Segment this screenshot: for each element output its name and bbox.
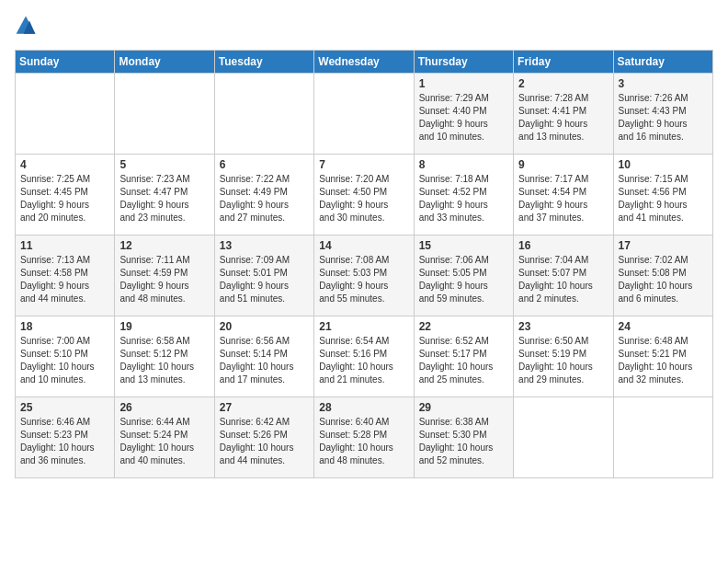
calendar-cell: 16Sunrise: 7:04 AM Sunset: 5:07 PM Dayli… (514, 236, 613, 316)
calendar-cell: 2Sunrise: 7:28 AM Sunset: 4:41 PM Daylig… (514, 74, 613, 155)
day-number: 17 (619, 239, 708, 252)
calendar-cell (214, 74, 313, 155)
page-header (15, 15, 713, 40)
day-number: 9 (518, 158, 608, 171)
day-number: 4 (20, 158, 109, 171)
logo-icon (15, 15, 37, 37)
calendar-cell: 24Sunrise: 6:48 AM Sunset: 5:21 PM Dayli… (613, 316, 712, 397)
day-info: Sunrise: 7:06 AM Sunset: 5:05 PM Dayligh… (419, 254, 508, 305)
day-number: 3 (619, 77, 708, 90)
day-number: 14 (319, 239, 408, 252)
calendar-table: SundayMondayTuesdayWednesdayThursdayFrid… (15, 50, 713, 478)
logo (15, 15, 40, 40)
day-number: 23 (518, 320, 608, 333)
calendar-cell: 11Sunrise: 7:13 AM Sunset: 4:58 PM Dayli… (16, 236, 115, 316)
calendar-cell: 22Sunrise: 6:52 AM Sunset: 5:17 PM Dayli… (414, 316, 513, 397)
calendar-cell: 25Sunrise: 6:46 AM Sunset: 5:23 PM Dayli… (16, 397, 115, 478)
day-info: Sunrise: 7:13 AM Sunset: 4:58 PM Dayligh… (20, 254, 109, 305)
day-info: Sunrise: 7:29 AM Sunset: 4:40 PM Dayligh… (419, 92, 508, 144)
calendar-cell (115, 74, 214, 155)
day-info: Sunrise: 7:09 AM Sunset: 5:01 PM Dayligh… (220, 254, 309, 305)
day-header-wednesday: Wednesday (314, 51, 414, 74)
day-number: 12 (119, 239, 209, 252)
day-info: Sunrise: 6:42 AM Sunset: 5:26 PM Dayligh… (220, 416, 309, 467)
day-header-tuesday: Tuesday (214, 51, 313, 74)
day-info: Sunrise: 7:22 AM Sunset: 4:49 PM Dayligh… (220, 173, 309, 224)
day-number: 5 (119, 158, 209, 171)
calendar-cell: 26Sunrise: 6:44 AM Sunset: 5:24 PM Dayli… (115, 397, 214, 478)
calendar-cell: 18Sunrise: 7:00 AM Sunset: 5:10 PM Dayli… (16, 316, 115, 397)
calendar-cell: 6Sunrise: 7:22 AM Sunset: 4:49 PM Daylig… (214, 155, 313, 236)
day-number: 21 (319, 320, 408, 333)
calendar-cell: 5Sunrise: 7:23 AM Sunset: 4:47 PM Daylig… (115, 155, 214, 236)
calendar-cell: 15Sunrise: 7:06 AM Sunset: 5:05 PM Dayli… (414, 236, 513, 316)
day-number: 6 (220, 158, 309, 171)
calendar-cell (514, 397, 613, 478)
day-header-monday: Monday (115, 51, 214, 74)
day-info: Sunrise: 7:11 AM Sunset: 4:59 PM Dayligh… (119, 254, 209, 305)
calendar-cell: 12Sunrise: 7:11 AM Sunset: 4:59 PM Dayli… (115, 236, 214, 316)
calendar-cell: 7Sunrise: 7:20 AM Sunset: 4:50 PM Daylig… (314, 155, 414, 236)
calendar-cell: 29Sunrise: 6:38 AM Sunset: 5:30 PM Dayli… (414, 397, 513, 478)
day-header-thursday: Thursday (414, 51, 513, 74)
calendar-cell: 20Sunrise: 6:56 AM Sunset: 5:14 PM Dayli… (214, 316, 313, 397)
day-info: Sunrise: 7:18 AM Sunset: 4:52 PM Dayligh… (419, 173, 508, 224)
day-number: 22 (419, 320, 508, 333)
day-info: Sunrise: 7:23 AM Sunset: 4:47 PM Dayligh… (119, 173, 209, 224)
days-header-row: SundayMondayTuesdayWednesdayThursdayFrid… (16, 51, 713, 74)
day-number: 7 (319, 158, 408, 171)
day-header-friday: Friday (514, 51, 613, 74)
calendar-cell: 13Sunrise: 7:09 AM Sunset: 5:01 PM Dayli… (214, 236, 313, 316)
day-info: Sunrise: 7:20 AM Sunset: 4:50 PM Dayligh… (319, 173, 408, 224)
calendar-cell: 23Sunrise: 6:50 AM Sunset: 5:19 PM Dayli… (514, 316, 613, 397)
day-info: Sunrise: 7:28 AM Sunset: 4:41 PM Dayligh… (518, 92, 608, 144)
day-number: 10 (619, 158, 708, 171)
week-row-4: 18Sunrise: 7:00 AM Sunset: 5:10 PM Dayli… (16, 316, 713, 397)
calendar-cell: 10Sunrise: 7:15 AM Sunset: 4:56 PM Dayli… (613, 155, 712, 236)
calendar-cell: 28Sunrise: 6:40 AM Sunset: 5:28 PM Dayli… (314, 397, 414, 478)
day-number: 29 (419, 401, 508, 414)
calendar-cell (613, 397, 712, 478)
calendar-cell: 19Sunrise: 6:58 AM Sunset: 5:12 PM Dayli… (115, 316, 214, 397)
day-info: Sunrise: 6:40 AM Sunset: 5:28 PM Dayligh… (319, 416, 408, 467)
day-header-saturday: Saturday (613, 51, 712, 74)
day-info: Sunrise: 6:50 AM Sunset: 5:19 PM Dayligh… (518, 335, 608, 386)
day-info: Sunrise: 6:48 AM Sunset: 5:21 PM Dayligh… (619, 335, 708, 386)
calendar-cell: 9Sunrise: 7:17 AM Sunset: 4:54 PM Daylig… (514, 155, 613, 236)
day-number: 24 (619, 320, 708, 333)
day-number: 8 (419, 158, 508, 171)
day-info: Sunrise: 7:15 AM Sunset: 4:56 PM Dayligh… (619, 173, 708, 224)
day-header-sunday: Sunday (16, 51, 115, 74)
day-number: 11 (20, 239, 109, 252)
day-info: Sunrise: 7:02 AM Sunset: 5:08 PM Dayligh… (619, 254, 708, 305)
calendar-cell: 4Sunrise: 7:25 AM Sunset: 4:45 PM Daylig… (16, 155, 115, 236)
day-number: 16 (518, 239, 608, 252)
day-info: Sunrise: 6:52 AM Sunset: 5:17 PM Dayligh… (419, 335, 508, 386)
calendar-cell: 21Sunrise: 6:54 AM Sunset: 5:16 PM Dayli… (314, 316, 414, 397)
calendar-cell: 1Sunrise: 7:29 AM Sunset: 4:40 PM Daylig… (414, 74, 513, 155)
day-info: Sunrise: 6:38 AM Sunset: 5:30 PM Dayligh… (419, 416, 508, 467)
day-info: Sunrise: 6:44 AM Sunset: 5:24 PM Dayligh… (119, 416, 209, 467)
day-info: Sunrise: 7:04 AM Sunset: 5:07 PM Dayligh… (518, 254, 608, 305)
day-info: Sunrise: 7:17 AM Sunset: 4:54 PM Dayligh… (518, 173, 608, 224)
calendar-cell: 27Sunrise: 6:42 AM Sunset: 5:26 PM Dayli… (214, 397, 313, 478)
week-row-1: 1Sunrise: 7:29 AM Sunset: 4:40 PM Daylig… (16, 74, 713, 155)
day-number: 20 (220, 320, 309, 333)
day-number: 25 (20, 401, 109, 414)
day-number: 2 (518, 77, 608, 90)
day-info: Sunrise: 6:56 AM Sunset: 5:14 PM Dayligh… (220, 335, 309, 386)
day-info: Sunrise: 6:46 AM Sunset: 5:23 PM Dayligh… (20, 416, 109, 467)
week-row-2: 4Sunrise: 7:25 AM Sunset: 4:45 PM Daylig… (16, 155, 713, 236)
calendar-cell: 14Sunrise: 7:08 AM Sunset: 5:03 PM Dayli… (314, 236, 414, 316)
day-number: 19 (119, 320, 209, 333)
day-info: Sunrise: 7:08 AM Sunset: 5:03 PM Dayligh… (319, 254, 408, 305)
calendar-cell: 8Sunrise: 7:18 AM Sunset: 4:52 PM Daylig… (414, 155, 513, 236)
day-info: Sunrise: 6:58 AM Sunset: 5:12 PM Dayligh… (119, 335, 209, 386)
day-info: Sunrise: 7:26 AM Sunset: 4:43 PM Dayligh… (619, 92, 708, 144)
day-info: Sunrise: 7:25 AM Sunset: 4:45 PM Dayligh… (20, 173, 109, 224)
calendar-cell: 3Sunrise: 7:26 AM Sunset: 4:43 PM Daylig… (613, 74, 712, 155)
day-number: 13 (220, 239, 309, 252)
week-row-3: 11Sunrise: 7:13 AM Sunset: 4:58 PM Dayli… (16, 236, 713, 316)
day-number: 28 (319, 401, 408, 414)
day-number: 27 (220, 401, 309, 414)
